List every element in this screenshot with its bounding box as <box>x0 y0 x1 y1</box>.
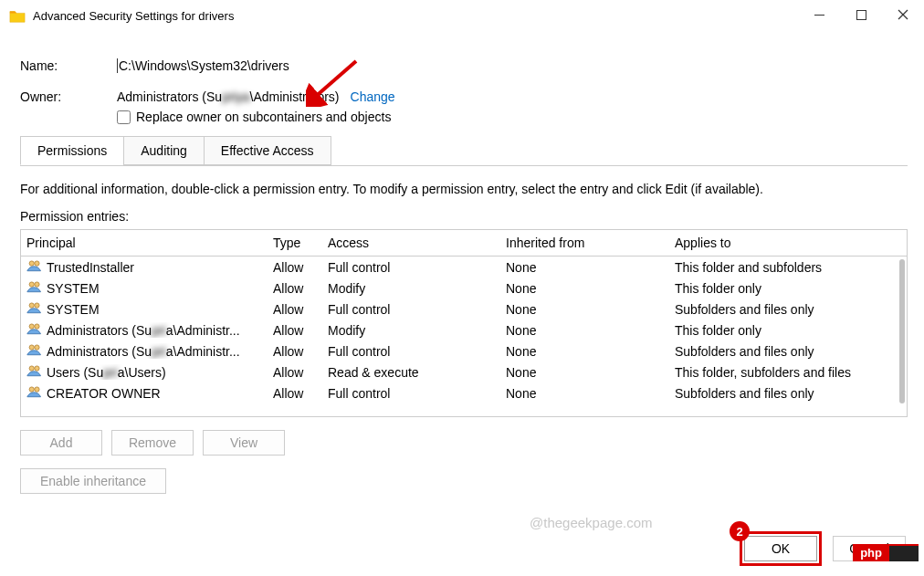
folder-icon <box>9 8 26 25</box>
applies-cell: This folder only <box>669 278 907 298</box>
principal-name: TrustedInstaller <box>47 260 134 275</box>
principal-name: Users (Supria\Users) <box>47 365 166 380</box>
applies-cell: Subfolders and files only <box>669 340 907 361</box>
svg-point-14 <box>35 345 39 350</box>
applies-cell: Subfolders and files only <box>669 298 907 319</box>
inherited-cell: None <box>500 340 669 361</box>
col-access[interactable]: Access <box>322 230 500 257</box>
table-row[interactable]: Administrators (Supria\Administr...Allow… <box>21 319 907 340</box>
tab-effective-access[interactable]: Effective Access <box>204 136 331 165</box>
type-cell: Allow <box>268 257 322 278</box>
access-cell: Modify <box>322 319 500 340</box>
svg-point-17 <box>29 387 34 392</box>
col-principal[interactable]: Principal <box>21 230 268 257</box>
scrollbar[interactable] <box>892 259 907 416</box>
view-button[interactable]: View <box>203 430 285 456</box>
principal-cell: SYSTEM <box>26 301 262 317</box>
owner-prefix: Administrators (Su <box>117 89 222 104</box>
name-field[interactable] <box>119 58 484 73</box>
svg-point-5 <box>29 261 34 266</box>
principal-name: Administrators (Supria\Administr... <box>47 344 240 359</box>
svg-point-12 <box>35 324 39 329</box>
change-owner-link[interactable]: Change <box>351 89 395 104</box>
group-icon <box>26 364 43 380</box>
principal-cell: Administrators (Supria\Administr... <box>26 343 262 359</box>
type-cell: Allow <box>268 361 322 382</box>
minimize-button[interactable] <box>798 0 840 29</box>
access-cell: Full control <box>322 298 500 319</box>
group-icon <box>26 301 43 317</box>
tab-bar: Permissions Auditing Effective Access <box>20 136 908 166</box>
permission-table: Principal Type Access Inherited from App… <box>20 229 908 417</box>
php-watermark: php <box>853 544 919 561</box>
name-label: Name: <box>20 58 117 73</box>
group-icon <box>26 385 43 401</box>
principal-cell: CREATOR OWNER <box>26 385 262 401</box>
group-icon <box>26 322 43 338</box>
inherited-cell: None <box>500 257 669 278</box>
text-caret <box>117 58 118 73</box>
table-row[interactable]: Administrators (Supria\Administr...Allow… <box>21 340 907 361</box>
principal-cell: Administrators (Supria\Administr... <box>26 322 262 338</box>
svg-point-8 <box>35 282 39 287</box>
add-button[interactable]: Add <box>20 430 102 456</box>
applies-cell: This folder and subfolders <box>669 257 907 278</box>
close-button[interactable] <box>882 0 924 29</box>
svg-point-10 <box>35 303 39 308</box>
table-row[interactable]: TrustedInstallerAllowFull controlNoneThi… <box>21 257 907 278</box>
access-cell: Modify <box>322 278 500 298</box>
maximize-button[interactable] <box>840 0 882 29</box>
inherited-cell: None <box>500 382 669 403</box>
ok-highlight: 2 OK <box>740 531 822 566</box>
applies-cell: Subfolders and files only <box>669 382 907 403</box>
principal-name: SYSTEM <box>47 281 100 296</box>
replace-owner-checkbox[interactable] <box>117 110 131 124</box>
titlebar: Advanced Security Settings for drivers <box>0 0 924 33</box>
owner-value: Administrators (Supriya\Administrators) <box>117 89 340 104</box>
tab-permissions[interactable]: Permissions <box>20 136 124 165</box>
ok-button[interactable]: OK <box>744 536 817 561</box>
group-icon <box>26 259 43 275</box>
col-applies[interactable]: Applies to <box>669 230 907 257</box>
type-cell: Allow <box>268 319 322 340</box>
principal-name: SYSTEM <box>47 302 100 317</box>
inherited-cell: None <box>500 361 669 382</box>
table-row[interactable]: Users (Supria\Users)AllowRead & executeN… <box>21 361 907 382</box>
svg-point-7 <box>29 282 34 287</box>
applies-cell: This folder only <box>669 319 907 340</box>
type-cell: Allow <box>268 340 322 361</box>
table-row[interactable]: SYSTEMAllowFull controlNoneSubfolders an… <box>21 298 907 319</box>
inherited-cell: None <box>500 298 669 319</box>
inherited-cell: None <box>500 278 669 298</box>
php-dark-block <box>889 544 919 561</box>
table-row[interactable]: CREATOR OWNERAllowFull controlNoneSubfol… <box>21 382 907 403</box>
scrollbar-thumb[interactable] <box>899 259 905 403</box>
inherited-cell: None <box>500 319 669 340</box>
col-inherited[interactable]: Inherited from <box>500 230 669 257</box>
principal-name: CREATOR OWNER <box>47 386 161 401</box>
svg-point-18 <box>35 387 39 392</box>
table-row[interactable]: SYSTEMAllowModifyNoneThis folder only <box>21 278 907 298</box>
window-controls <box>798 0 924 29</box>
col-type[interactable]: Type <box>268 230 322 257</box>
type-cell: Allow <box>268 278 322 298</box>
svg-point-15 <box>29 366 34 371</box>
svg-rect-1 <box>856 10 866 19</box>
php-label: php <box>853 544 889 561</box>
owner-redacted: priya <box>222 89 249 104</box>
access-cell: Full control <box>322 257 500 278</box>
owner-label: Owner: <box>20 89 117 104</box>
window-title: Advanced Security Settings for drivers <box>33 9 234 23</box>
svg-point-9 <box>29 303 34 308</box>
type-cell: Allow <box>268 298 322 319</box>
tab-auditing[interactable]: Auditing <box>123 136 205 165</box>
entries-label: Permission entries: <box>20 209 908 224</box>
enable-inheritance-button[interactable]: Enable inheritance <box>20 468 166 494</box>
owner-suffix: \Administrators) <box>250 89 340 104</box>
step-badge: 2 <box>730 521 750 541</box>
svg-point-13 <box>29 345 34 350</box>
replace-owner-label: Replace owner on subcontainers and objec… <box>136 110 391 124</box>
type-cell: Allow <box>268 382 322 403</box>
remove-button[interactable]: Remove <box>111 430 194 456</box>
svg-point-6 <box>35 261 39 266</box>
